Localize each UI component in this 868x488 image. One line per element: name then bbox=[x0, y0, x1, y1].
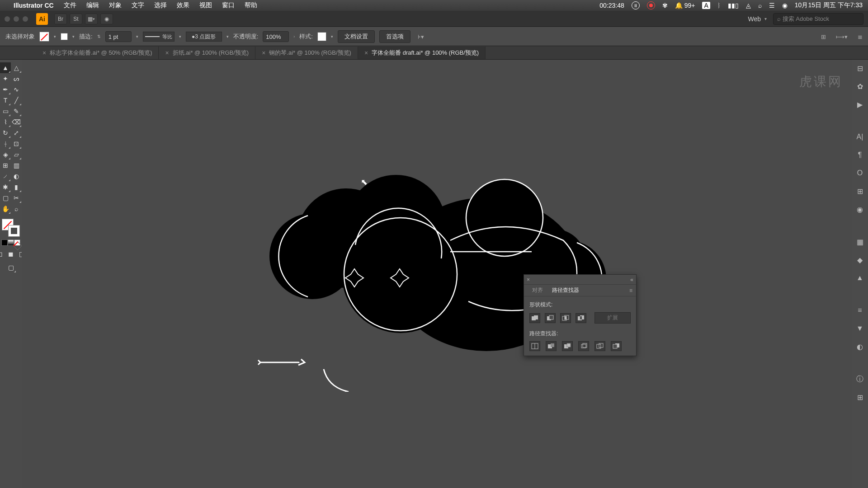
opacity-input[interactable] bbox=[263, 31, 289, 42]
character-panel-icon[interactable]: A| bbox=[855, 132, 865, 142]
battery-icon[interactable]: ▮▮▯ bbox=[728, 2, 739, 9]
lasso-tool[interactable]: ᔕ bbox=[11, 73, 22, 84]
document-tab[interactable]: ×钢的琴.ai* @ 100% (RGB/预览) bbox=[255, 47, 358, 59]
line-tool[interactable]: ╱ bbox=[11, 95, 22, 106]
glyphs-panel-icon[interactable]: ⊞ bbox=[855, 186, 865, 196]
scale-tool[interactable]: ⤢ bbox=[11, 127, 22, 138]
close-icon[interactable]: × bbox=[364, 49, 368, 56]
input-source-icon[interactable]: A bbox=[702, 2, 710, 9]
color-mode-buttons[interactable] bbox=[1, 239, 20, 246]
stroke-swatch[interactable] bbox=[61, 33, 68, 40]
paintbrush-tool[interactable]: ✎ bbox=[11, 106, 22, 117]
crop-button[interactable] bbox=[578, 341, 589, 351]
window-traffic-lights[interactable] bbox=[5, 16, 28, 22]
outline-button[interactable] bbox=[594, 341, 605, 351]
eraser-tool[interactable]: ⌫ bbox=[11, 117, 22, 127]
align-to-icon[interactable]: ⊧▾ bbox=[418, 33, 424, 40]
arrange-docs-button[interactable]: ▦ ▾ bbox=[85, 14, 98, 24]
expand-button[interactable]: 扩展 bbox=[594, 312, 631, 324]
stroke-color[interactable] bbox=[8, 225, 20, 237]
direct-selection-tool[interactable]: △ bbox=[11, 62, 22, 73]
draw-normal[interactable]: ◻ bbox=[0, 249, 5, 259]
magic-wand-tool[interactable]: ✦ bbox=[0, 73, 11, 84]
stepper-icon[interactable]: ⇅ bbox=[97, 34, 101, 39]
close-icon[interactable]: × bbox=[42, 49, 46, 56]
app-name[interactable]: Illustrator CC bbox=[14, 2, 54, 9]
properties-panel-icon[interactable]: ⊟ bbox=[855, 63, 865, 73]
control-center-icon[interactable]: ☰ bbox=[769, 2, 775, 9]
panel-menu-icon[interactable]: ≡ bbox=[629, 287, 632, 294]
clock[interactable]: 10月15日 周五 下午7:33 bbox=[795, 1, 863, 9]
blend-tool[interactable]: ◐ bbox=[11, 171, 22, 182]
document-setup-button[interactable]: 文档设置 bbox=[338, 30, 375, 43]
menu-type[interactable]: 文字 bbox=[132, 1, 144, 9]
perspective-tool[interactable]: ▱ bbox=[11, 149, 22, 160]
graph-tool[interactable]: ▮ bbox=[11, 182, 22, 192]
rectangle-tool[interactable]: ▭ bbox=[0, 106, 11, 117]
curvature-tool[interactable]: ∿ bbox=[11, 84, 22, 95]
trim-button[interactable] bbox=[546, 341, 557, 351]
shaper-tool[interactable]: ⌇ bbox=[0, 117, 11, 127]
opacity-more-icon[interactable]: › bbox=[293, 34, 295, 39]
menu-object[interactable]: 对象 bbox=[109, 1, 122, 9]
wechat-icon[interactable]: ✾ bbox=[662, 2, 668, 9]
menu-file[interactable]: 文件 bbox=[64, 1, 76, 9]
selection-tool[interactable]: ▲ bbox=[0, 62, 11, 73]
minus-front-button[interactable] bbox=[545, 313, 556, 323]
swatches-panel-icon[interactable]: ▦ bbox=[855, 237, 865, 247]
workspace-switcher[interactable]: Web bbox=[748, 15, 761, 23]
pen-tool[interactable]: ✒ bbox=[0, 84, 11, 95]
align-panel-icon[interactable]: ⊞ bbox=[855, 392, 865, 402]
document-tab[interactable]: ×标志字体全能番.ai* @ 50% (RGB/预览) bbox=[36, 47, 159, 59]
menu-help[interactable]: 帮助 bbox=[245, 1, 257, 9]
menu-view[interactable]: 视图 bbox=[199, 1, 212, 9]
symbols-panel-icon[interactable]: ▲ bbox=[855, 273, 865, 283]
fill-swatch[interactable] bbox=[39, 32, 49, 42]
tab-align[interactable]: 对齐 bbox=[528, 286, 547, 294]
document-tab[interactable]: ×折纸.ai* @ 100% (RGB/预览) bbox=[159, 47, 255, 59]
notification-center-icon[interactable]: 🔔99+ bbox=[675, 2, 695, 9]
preferences-button[interactable]: 首选项 bbox=[379, 30, 410, 43]
isolate-icon[interactable]: ⟼▾ bbox=[836, 33, 848, 40]
appearance-panel-icon[interactable]: ◉ bbox=[855, 204, 865, 214]
type-tool[interactable]: T bbox=[0, 95, 11, 106]
draw-behind[interactable]: ◼ bbox=[5, 249, 16, 259]
menu-select[interactable]: 选择 bbox=[154, 1, 167, 9]
minus-back-button[interactable] bbox=[611, 341, 622, 351]
graphic-style-swatch[interactable] bbox=[317, 32, 326, 41]
gpu-preview-button[interactable]: ◉ bbox=[100, 14, 113, 24]
canvas[interactable]: 虎课网 bbox=[22, 60, 852, 488]
exclude-button[interactable] bbox=[576, 313, 586, 323]
artboard-tool[interactable]: ▢ bbox=[0, 192, 11, 203]
screen-mode[interactable]: ▢ bbox=[5, 262, 16, 273]
unite-button[interactable] bbox=[529, 313, 540, 323]
menu-effect[interactable]: 效果 bbox=[177, 1, 189, 9]
panel-collapse-icon[interactable]: « bbox=[630, 277, 633, 283]
libraries-panel-icon[interactable]: ✿ bbox=[855, 81, 865, 91]
actions-panel-icon[interactable]: ▶ bbox=[855, 99, 865, 109]
free-transform-tool[interactable]: ⊡ bbox=[11, 138, 22, 149]
menu-window[interactable]: 窗口 bbox=[222, 1, 235, 9]
transparency-panel-icon[interactable]: ◐ bbox=[855, 342, 865, 352]
adobe-stock-search[interactable]: ⌕ 搜索 Adobe Stock bbox=[773, 13, 863, 25]
panel-menu-icon[interactable]: ≣ bbox=[858, 33, 863, 40]
bluetooth-icon[interactable]: ⧘ bbox=[717, 2, 721, 9]
panel-close-icon[interactable]: × bbox=[527, 277, 530, 283]
gradient-panel-icon[interactable]: ▼ bbox=[855, 324, 865, 333]
rotate-tool[interactable]: ↻ bbox=[0, 127, 11, 138]
color-guide-panel-icon[interactable]: ◆ bbox=[855, 255, 865, 265]
stock-button[interactable]: St bbox=[70, 14, 82, 24]
close-icon[interactable]: × bbox=[262, 49, 265, 56]
eyedropper-tool[interactable]: ⟋ bbox=[0, 171, 11, 182]
slice-tool[interactable]: ✂ bbox=[11, 192, 22, 203]
symbol-sprayer-tool[interactable]: ✱ bbox=[0, 182, 11, 192]
zoom-tool[interactable]: ⌕ bbox=[11, 203, 22, 214]
paragraph-panel-icon[interactable]: ¶ bbox=[855, 150, 865, 160]
bridge-button[interactable]: Br bbox=[54, 14, 67, 24]
info-panel-icon[interactable]: ⓘ bbox=[855, 374, 865, 384]
opentype-panel-icon[interactable]: O bbox=[855, 168, 865, 178]
brush-definition[interactable]: 等比 bbox=[143, 32, 175, 42]
pathfinder-panel[interactable]: × « 对齐 路径查找器 ≡ 形状模式: 扩展 路径查找器: bbox=[524, 274, 637, 356]
mesh-tool[interactable]: ⊞ bbox=[0, 160, 11, 171]
stroke-panel-icon[interactable]: ≡ bbox=[855, 305, 865, 315]
